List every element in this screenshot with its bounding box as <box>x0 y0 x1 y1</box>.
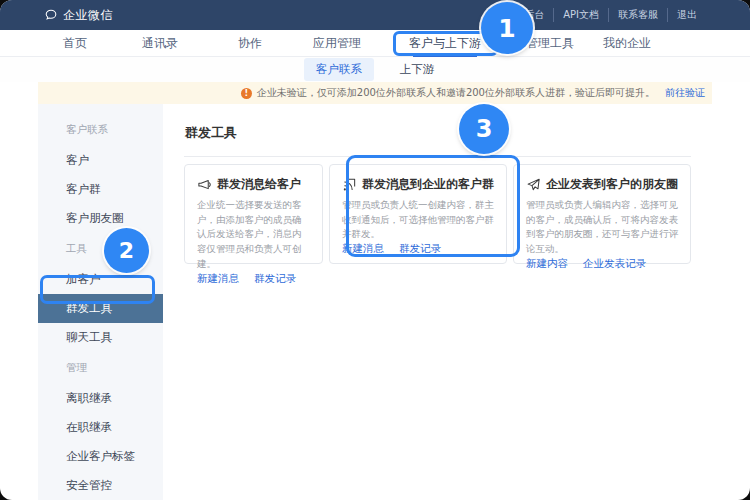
nav-app-management[interactable]: 应用管理 <box>313 30 361 57</box>
tool-cards: 群发消息给客户 企业统一选择要发送的客户，由添加客户的成员确认后发送给客户，消息… <box>163 157 712 264</box>
nav-customers-upstream[interactable]: 客户与上下游 <box>409 30 481 57</box>
step-badge-2: 2 <box>104 228 149 273</box>
page-title: 群发工具 <box>163 104 712 156</box>
sidebar-item-active-inheritance[interactable]: 在职继承 <box>38 413 163 442</box>
contact-support-link[interactable]: 联系客服 <box>608 8 667 22</box>
card-description: 管理员或负责人编辑内容，选择可见的客户，成员确认后，可将内容发表到客户的朋友圈，… <box>526 198 678 257</box>
publish-history-link[interactable]: 企业发表记录 <box>583 257 646 271</box>
tab-upstream-downstream[interactable]: 上下游 <box>388 58 447 81</box>
sidebar-item-add-customer[interactable]: 加客户 <box>38 265 163 294</box>
step-badge-3: 3 <box>459 104 509 154</box>
card-title: 群发消息给客户 <box>217 176 301 193</box>
sidebar-item-customer-tags[interactable]: 企业客户标签 <box>38 442 163 471</box>
app-name: 企业微信 <box>63 7 113 24</box>
sidebar-group-management: 管理 <box>38 352 163 384</box>
app-logo[interactable]: 企业微信 <box>44 0 113 30</box>
main-content: 群发工具 群发消息给客户 企业统一选择要发送的客户，由添加客户的成员确认后发送给… <box>163 104 712 500</box>
nav-my-enterprise[interactable]: 我的企业 <box>603 30 651 57</box>
new-message-link[interactable]: 新建消息 <box>197 272 239 286</box>
step-badge-1: 1 <box>481 2 533 54</box>
sidebar: 客户联系 客户 客户群 客户朋友圈 工具 加客户 群发工具 聊天工具 管理 离职… <box>38 104 163 500</box>
send-history-link[interactable]: 群发记录 <box>399 242 441 256</box>
nav-collaboration[interactable]: 协作 <box>238 30 262 57</box>
wework-admin-window: 企业微信 服务商后台 API文档 联系客服 退出 首页 通讯录 协作 应用管理 … <box>0 0 750 500</box>
sidebar-item-bulk-message-tool[interactable]: 群发工具 <box>38 294 163 323</box>
nav-management-tools[interactable]: 管理工具 <box>526 30 574 57</box>
api-docs-link[interactable]: API文档 <box>553 8 608 22</box>
chat-bubble-icon <box>44 8 58 22</box>
logout-link[interactable]: 退出 <box>667 8 706 22</box>
nav-contacts[interactable]: 通讯录 <box>142 30 178 57</box>
verification-banner: 企业未验证，仅可添加200位外部联系人和邀请200位外部联系人进群，验证后即可提… <box>38 82 712 104</box>
broadcast-icon <box>342 177 357 192</box>
sidebar-item-customer-moments[interactable]: 客户朋友圈 <box>38 204 163 233</box>
sidebar-item-chat-tools[interactable]: 聊天工具 <box>38 323 163 352</box>
new-content-link[interactable]: 新建内容 <box>526 257 568 271</box>
subtab-bar: 客户联系 上下游 <box>0 57 750 82</box>
warning-icon <box>241 88 252 99</box>
new-message-link[interactable]: 新建消息 <box>342 242 384 256</box>
primary-nav: 首页 通讯录 协作 应用管理 客户与上下游 管理工具 我的企业 <box>0 30 750 57</box>
send-history-link[interactable]: 群发记录 <box>254 272 296 286</box>
card-title: 群发消息到企业的客户群 <box>362 176 494 193</box>
card-description: 管理员或负责人统一创建内容，群主收到通知后，可选择他管理的客户群并群发。 <box>342 198 494 242</box>
sidebar-item-resigned-inheritance[interactable]: 离职继承 <box>38 384 163 413</box>
card-bulk-message-to-groups[interactable]: 群发消息到企业的客户群 管理员或负责人统一创建内容，群主收到通知后，可选择他管理… <box>329 164 507 264</box>
megaphone-icon <box>197 177 212 192</box>
sidebar-item-customer-groups[interactable]: 客户群 <box>38 175 163 204</box>
nav-home[interactable]: 首页 <box>63 30 87 57</box>
card-title: 企业发表到客户的朋友圈 <box>546 176 678 193</box>
sidebar-group-customer-contact: 客户联系 <box>38 114 163 146</box>
go-verify-link[interactable]: 前往验证 <box>665 86 705 100</box>
card-publish-to-moments[interactable]: 企业发表到客户的朋友圈 管理员或负责人编辑内容，选择可见的客户，成员确认后，可将… <box>513 164 691 264</box>
tab-customer-contact[interactable]: 客户联系 <box>304 58 374 81</box>
topbar: 企业微信 服务商后台 API文档 联系客服 退出 <box>0 0 750 30</box>
card-description: 企业统一选择要发送的客户，由添加客户的成员确认后发送给客户，消息内容仅管理员和负… <box>197 198 310 272</box>
paper-plane-icon <box>526 177 541 192</box>
sidebar-item-security-control[interactable]: 安全管控 <box>38 471 163 500</box>
card-bulk-message-to-customers[interactable]: 群发消息给客户 企业统一选择要发送的客户，由添加客户的成员确认后发送给客户，消息… <box>184 164 323 264</box>
verification-banner-text: 企业未验证，仅可添加200位外部联系人和邀请200位外部联系人进群，验证后即可提… <box>257 86 655 100</box>
sidebar-item-customers[interactable]: 客户 <box>38 146 163 175</box>
